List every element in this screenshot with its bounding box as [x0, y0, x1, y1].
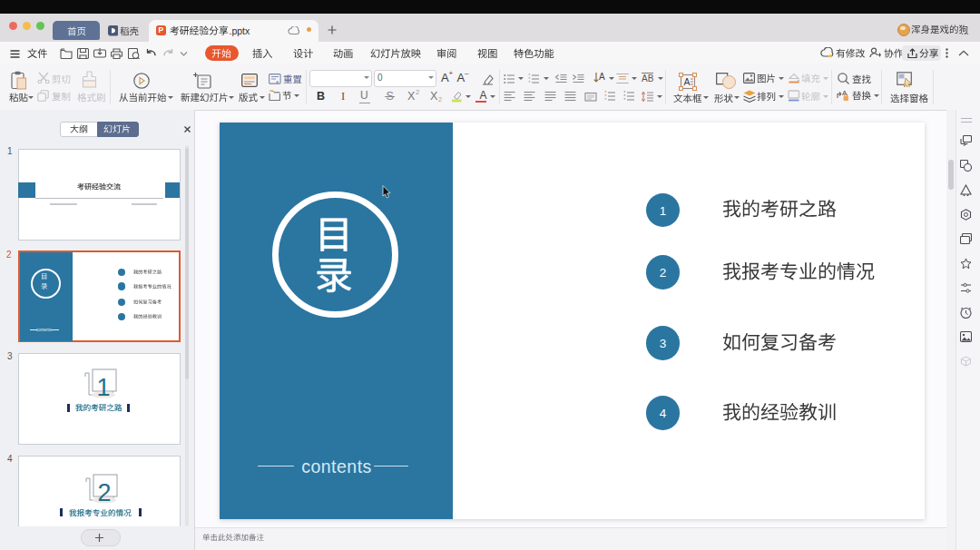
svg-text:A: A: [599, 72, 605, 82]
svg-text:2: 2: [97, 479, 111, 506]
svg-text:1: 1: [96, 374, 110, 401]
svg-text:A: A: [683, 76, 690, 87]
